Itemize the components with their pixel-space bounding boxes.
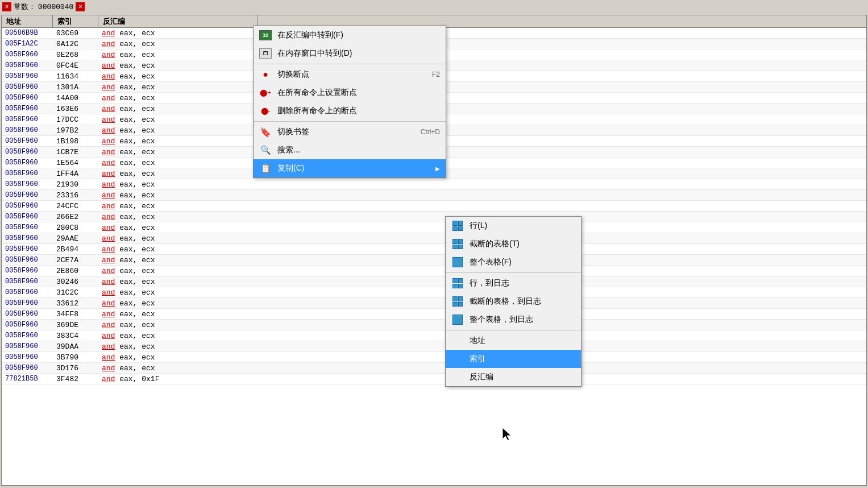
menu-icon-wrapper: 🗔 [259, 47, 272, 60]
submenu-item-disasm[interactable]: 反汇编 [446, 368, 581, 386]
submenu-icon-wrapper [451, 295, 464, 308]
cell-disasm: and eax, ecx [98, 310, 258, 319]
submenu-item-trunc_log[interactable]: 截断的表格，到日志 [446, 292, 581, 311]
table-row[interactable]: 0058F960 383C4 and eax, ecx [2, 330, 866, 341]
table-row[interactable]: 0058F960 33612 and eax, ecx [2, 298, 866, 309]
disasm-operands: eax, ecx [119, 213, 155, 221]
menu-separator [254, 64, 446, 64]
menu-item-copy[interactable]: 📋 复制(C) ▶ [254, 159, 446, 177]
menu-shortcut: F2 [432, 71, 440, 78]
table-row[interactable]: 0058F960 29AAE and eax, ecx [2, 233, 866, 244]
menu-separator [254, 121, 446, 122]
cell-index: 3B790 [53, 353, 98, 362]
menu-label: 在所有命令上设置断点 [277, 88, 440, 98]
table-row[interactable]: 0058F960 24CFC and eax, ecx [2, 201, 866, 212]
table-row[interactable]: 0058F960 266E2 and eax, ecx [2, 212, 866, 222]
disasm-operands: eax, ecx [119, 299, 155, 308]
table-row[interactable]: 0058F960 280C8 and eax, ecx [2, 222, 866, 233]
cell-addr: 0058F960 [2, 213, 53, 221]
table-row[interactable]: 0058F960 31C2C and eax, ecx [2, 287, 866, 298]
cell-addr: 00586B9B [2, 29, 53, 37]
submenu-icon-grid-full [452, 257, 463, 267]
cell-index: 3D176 [53, 364, 98, 373]
disasm-keyword: and [102, 61, 115, 70]
cell-addr: 0058F960 [2, 105, 53, 113]
table-row[interactable]: 0058F960 34FF8 and eax, ecx [2, 309, 866, 320]
table-row[interactable]: 0058F960 2CE7A and eax, ecx [2, 255, 866, 266]
menu-icon-copy: 📋 [260, 163, 271, 173]
table-row[interactable]: 0058F960 30246 and eax, ecx [2, 276, 866, 287]
submenu-item-full_table[interactable]: 整个表格(F) [446, 253, 581, 271]
disasm-keyword: and [102, 72, 115, 81]
table-row[interactable]: 0058F960 3D176 and eax, ecx [2, 363, 866, 374]
menu-icon-wrapper: 32 [259, 29, 272, 42]
submenu-icon-wrapper [451, 277, 464, 290]
table-row[interactable]: 0058F960 3B790 and eax, ecx [2, 352, 866, 363]
cell-addr: 005F1A2C [2, 40, 53, 48]
cell-disasm: and eax, ecx [98, 213, 258, 221]
submenu-item-full_log[interactable]: 整个表格，到日志 [446, 311, 581, 329]
menu-item-goto_asm[interactable]: 32 在反汇编中转到(F) [254, 26, 446, 44]
disasm-keyword: and [102, 342, 115, 351]
submenu-separator [446, 330, 581, 330]
cell-disasm: and eax, ecx [98, 126, 258, 135]
menu-icon-bp-del: ⬤- [261, 107, 271, 115]
disasm-operands: eax, ecx [119, 180, 155, 189]
disasm-operands: eax, ecx [119, 159, 155, 167]
menu-item-search[interactable]: 🔍 搜索... [254, 141, 446, 159]
menu-arrow: ▶ [435, 166, 440, 172]
disasm-operands: eax, ecx [119, 72, 155, 81]
menu-item-del_bp_all[interactable]: ⬤- 删除所有命令上的断点 [254, 102, 446, 120]
disasm-operands: eax, ecx [119, 115, 155, 124]
menu-label: 搜索... [277, 145, 440, 155]
submenu-item-truncated_table[interactable]: 截断的表格(T) [446, 235, 581, 253]
table-row[interactable]: 77821B5B 3F482 and eax, 0x1F [2, 374, 866, 384]
disasm-operands: eax, ecx [119, 191, 155, 200]
disasm-keyword: and [102, 224, 115, 232]
cell-addr: 0058F960 [2, 353, 53, 361]
cell-addr: 0058F960 [2, 224, 53, 231]
cell-disasm: and eax, ecx [98, 51, 258, 59]
disasm-operands: eax, ecx [119, 332, 155, 340]
table-row[interactable]: 0058F960 21930 and eax, ecx [2, 179, 866, 190]
cell-index: 30246 [53, 278, 98, 286]
cell-addr: 0058F960 [2, 288, 53, 296]
table-row[interactable]: 0058F960 2E860 and eax, ecx [2, 266, 866, 276]
menu-item-breakpoint[interactable]: ● 切换断点 F2 [254, 65, 446, 84]
submenu-item-row[interactable]: 行(L) [446, 217, 581, 235]
submenu-icon-wrapper [451, 238, 464, 250]
submenu-item-address[interactable]: 地址 [446, 332, 581, 350]
menu-item-goto_mem[interactable]: 🗔 在内存窗口中转到(D) [254, 44, 446, 63]
menu-item-bookmark[interactable]: 🔖 切换书签 Ctrl+D [254, 123, 446, 141]
disasm-operands: eax, ecx [119, 353, 155, 362]
disasm-operands: eax, ecx [119, 169, 155, 178]
menu-item-set_bp_all[interactable]: ⬤+ 在所有命令上设置断点 [254, 84, 446, 102]
cell-disasm: and eax, ecx [98, 72, 258, 81]
disasm-keyword: and [102, 213, 115, 221]
submenu-item-row_log[interactable]: 行，到日志 [446, 274, 581, 292]
table-row[interactable]: 0058F960 2B494 and eax, ecx [2, 244, 866, 255]
submenu-icon-wrapper [451, 334, 464, 347]
disasm-keyword: and [102, 278, 115, 286]
close-button-2[interactable]: × [76, 2, 85, 11]
close-button-1[interactable]: × [2, 2, 11, 11]
submenu-label: 截断的表格，到日志 [470, 296, 575, 307]
table-row[interactable]: 0058F960 23316 and eax, ecx [2, 190, 866, 201]
cell-index: 197B2 [53, 126, 98, 135]
submenu-item-index[interactable]: 索引 [446, 350, 581, 368]
cell-index: 266E2 [53, 213, 98, 221]
cell-disasm: and eax, ecx [98, 224, 258, 232]
menu-icon-mem: 🗔 [259, 48, 272, 59]
cell-disasm: and eax, ecx [98, 83, 258, 92]
cell-index: 17DCC [53, 115, 98, 124]
cell-index: 1E564 [53, 159, 98, 167]
table-row[interactable]: 0058F960 369DE and eax, ecx [2, 320, 866, 330]
disasm-keyword: and [102, 115, 115, 124]
title-constant-label: 常数： [14, 2, 36, 12]
table-row[interactable]: 0058F960 39DAA and eax, ecx [2, 341, 866, 352]
disasm-operands: eax, ecx [119, 256, 155, 264]
cell-disasm: and eax, ecx [98, 332, 258, 340]
submenu-icon-wrapper [451, 313, 464, 326]
disasm-keyword: and [102, 126, 115, 135]
disasm-keyword: and [102, 191, 115, 200]
